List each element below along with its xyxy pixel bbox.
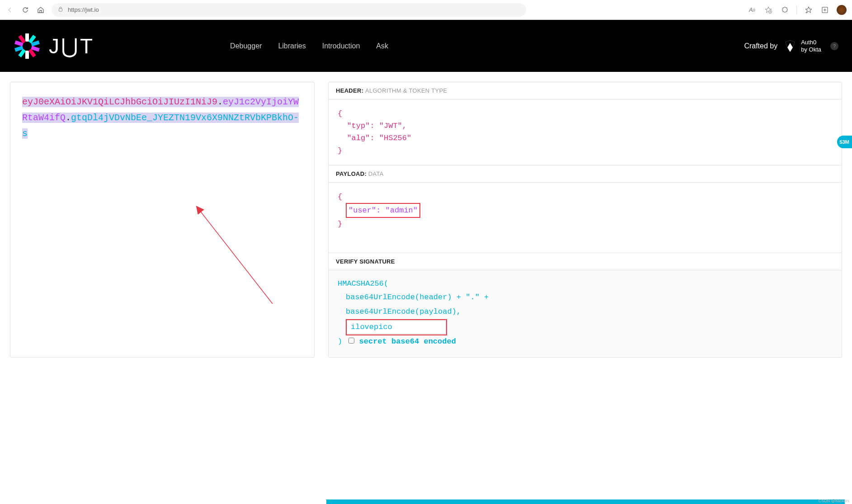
favorite-icon[interactable] xyxy=(764,5,773,14)
encoded-panel[interactable]: eyJ0eXAiOiJKV1QiLCJhbGciOiJIUzI1NiJ9.eyJ… xyxy=(10,82,315,358)
decoded-panel: HEADER: ALGORITHM & TOKEN TYPE { "typ": … xyxy=(328,82,842,358)
header-label: HEADER: xyxy=(336,87,363,94)
auth0-logo[interactable]: Auth0 by Okta xyxy=(783,39,821,53)
read-aloud-icon[interactable]: A)) xyxy=(748,5,757,14)
header-json[interactable]: { "typ": "JWT", "alg": "HS256" } xyxy=(329,99,842,165)
payload-label: PAYLOAD: xyxy=(336,170,367,177)
crafted-by: Crafted by Auth0 by Okta ? xyxy=(744,39,838,53)
home-button[interactable] xyxy=(36,5,45,14)
nav-debugger[interactable]: Debugger xyxy=(230,42,262,50)
secret-checkbox-label: secret base64 encoded xyxy=(359,337,456,346)
browser-chrome: https://jwt.io A)) xyxy=(0,0,852,20)
lock-icon xyxy=(58,6,63,13)
refresh-button[interactable] xyxy=(21,5,30,14)
jwt-wordmark: J⋃T xyxy=(49,34,94,58)
token-dot2: . xyxy=(66,113,71,123)
url-bar[interactable]: https://jwt.io xyxy=(52,3,526,17)
browser-actions: A)) xyxy=(748,5,847,15)
svg-line-12 xyxy=(200,211,273,304)
signature-label: VERIFY SIGNATURE xyxy=(336,258,395,265)
payload-json[interactable]: { "user": "admin" } xyxy=(329,183,842,253)
nav-links: Debugger Libraries Introduction Ask xyxy=(230,42,388,50)
crafted-label: Crafted by xyxy=(744,42,777,50)
signature-section: VERIFY SIGNATURE HMACSHA256( base64UrlEn… xyxy=(329,253,842,355)
jwt-mark-icon xyxy=(14,33,41,60)
signature-body: HMACSHA256( base64UrlEncode(header) + ".… xyxy=(329,270,842,355)
header-sublabel: ALGORITHM & TOKEN TYPE xyxy=(365,87,447,94)
payload-section: PAYLOAD: DATA { "user": "admin" } xyxy=(329,165,842,253)
url-text: https://jwt.io xyxy=(68,6,99,13)
nav-libraries[interactable]: Libraries xyxy=(278,42,306,50)
avatar[interactable] xyxy=(837,5,847,15)
collections-icon[interactable] xyxy=(820,5,829,14)
encoded-token[interactable]: eyJ0eXAiOiJKV1QiLCJhbGciOiJIUzI1NiJ9.eyJ… xyxy=(22,94,302,141)
auth0-line2: by Okta xyxy=(801,46,821,53)
site-header: J⋃T Debugger Libraries Introduction Ask … xyxy=(0,20,852,72)
auth0-line1: Auth0 xyxy=(801,39,821,46)
secret-input[interactable] xyxy=(347,320,446,334)
nav-ask[interactable]: Ask xyxy=(376,42,388,50)
token-header-segment: eyJ0eXAiOiJKV1QiLCJhbGciOiJIUzI1NiJ9 xyxy=(22,97,217,107)
payload-highlight: "user": "admin" xyxy=(346,203,420,218)
svg-rect-0 xyxy=(59,9,62,11)
nav-introduction[interactable]: Introduction xyxy=(322,42,360,50)
back-button[interactable] xyxy=(5,5,14,14)
divider xyxy=(796,6,797,14)
header-section: HEADER: ALGORITHM & TOKEN TYPE { "typ": … xyxy=(329,82,842,165)
floating-badge[interactable]: 53M xyxy=(837,136,852,148)
jwt-logo[interactable]: J⋃T xyxy=(14,33,94,60)
favorites-list-icon[interactable] xyxy=(804,5,813,14)
svg-rect-2 xyxy=(25,33,29,42)
main-content: eyJ0eXAiOiJKV1QiLCJhbGciOiJIUzI1NiJ9.eyJ… xyxy=(0,72,852,367)
secret-base64-checkbox[interactable] xyxy=(348,338,354,344)
token-dot1: . xyxy=(217,97,223,107)
payload-sublabel: DATA xyxy=(368,170,384,177)
auth0-mark-icon xyxy=(783,39,797,53)
extensions-icon[interactable] xyxy=(780,5,789,14)
info-icon[interactable]: ? xyxy=(830,42,838,50)
svg-rect-3 xyxy=(25,51,29,59)
annotation-arrow xyxy=(160,177,295,313)
